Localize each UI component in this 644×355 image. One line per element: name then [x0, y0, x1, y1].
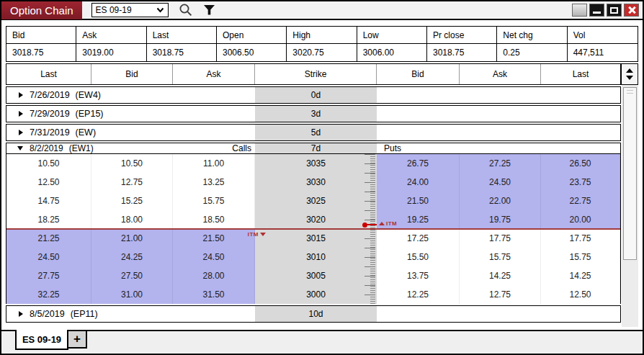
strike-cell: 3035 — [255, 154, 377, 173]
strike-cell: 3030 — [255, 173, 377, 192]
strike-cell: 3005 — [255, 266, 377, 285]
close-icon — [627, 6, 636, 14]
call-bid-cell[interactable]: 15.25 — [91, 192, 173, 210]
expand-arrow-icon[interactable] — [19, 111, 23, 117]
expiration-group-row[interactable]: 7/31/2019(EW)5d — [6, 124, 621, 141]
call-ask-cell[interactable]: 24.50 — [173, 248, 255, 266]
scrollbar-thumb[interactable] — [623, 87, 637, 260]
blank-window-button[interactable] — [572, 4, 587, 17]
expand-arrow-icon[interactable] — [19, 92, 23, 98]
scroll-up-icon[interactable] — [626, 68, 633, 73]
put-ask-cell[interactable]: 17.75 — [460, 229, 541, 248]
call-bid-cell[interactable]: 12.75 — [91, 173, 173, 192]
quote-bar: BidAskLastOpenHighLowPr closeNet chgVol3… — [6, 26, 638, 62]
call-bid-cell[interactable]: 21.00 — [91, 229, 173, 248]
quote-value-net-chg: 0.25 — [497, 44, 567, 61]
put-last-cell[interactable]: 14.25 — [541, 266, 620, 285]
call-ask-cell[interactable]: 28.00 — [173, 266, 255, 285]
quote-value-ask: 3019.00 — [76, 44, 146, 61]
call-last-cell[interactable]: 21.25 — [6, 229, 91, 248]
put-bid-cell[interactable]: 12.25 — [377, 285, 460, 304]
call-last-cell[interactable]: 10.50 — [6, 154, 91, 173]
call-ask-cell[interactable]: 18.50 — [173, 210, 255, 229]
quote-value-bid: 3018.75 — [6, 44, 76, 61]
calls-itm-marker: ITM — [224, 231, 266, 238]
add-tab-button[interactable]: + — [68, 331, 87, 349]
option-row: 18.2518.0018.50302019.2519.7520.00 — [6, 210, 620, 229]
maximize-button[interactable] — [607, 4, 622, 17]
quote-value-low: 3006.00 — [357, 44, 427, 61]
put-last-cell[interactable]: 17.75 — [541, 229, 620, 248]
call-last-cell[interactable]: 12.50 — [6, 173, 91, 192]
quote-label-last: Last — [147, 27, 217, 44]
expiration-group-row[interactable]: 7/29/2019(EP15)3d — [6, 105, 621, 122]
call-ask-cell[interactable]: 11.00 — [173, 154, 255, 173]
option-chain-table: LastBidAskStrikeBidAskLast 7/26/2019(EW4… — [6, 63, 638, 327]
expand-arrow-icon[interactable] — [19, 130, 23, 135]
filter-icon[interactable] — [203, 4, 215, 16]
put-last-cell[interactable]: 26.50 — [541, 154, 620, 173]
call-last-cell[interactable]: 14.75 — [6, 192, 91, 210]
quote-value-open: 3006.50 — [217, 44, 287, 61]
scroll-arrow-box — [621, 63, 638, 85]
call-last-cell[interactable]: 18.25 — [6, 210, 91, 229]
header-call-ask: Ask — [173, 64, 255, 84]
put-last-cell[interactable]: 23.75 — [541, 173, 620, 192]
instrument-dropdown[interactable]: ES 09-19 — [91, 3, 169, 17]
window-controls — [572, 4, 639, 17]
put-bid-cell[interactable]: 21.50 — [377, 192, 460, 210]
call-ask-cell[interactable]: 31.50 — [173, 285, 255, 304]
expand-arrow-icon[interactable] — [19, 311, 23, 317]
quote-label-bid: Bid — [6, 27, 76, 44]
expiration-group-row[interactable]: 7/26/2019(EW4)0d — [6, 86, 621, 104]
call-bid-cell[interactable]: 31.00 — [91, 285, 173, 304]
put-bid-cell[interactable]: 17.25 — [377, 229, 460, 248]
put-last-cell[interactable]: 22.75 — [541, 192, 620, 210]
scrollbar-track[interactable] — [622, 85, 638, 327]
put-ask-cell[interactable]: 15.75 — [460, 248, 541, 266]
call-last-cell[interactable]: 27.75 — [6, 266, 91, 285]
expiration-date: 7/31/2019 — [30, 127, 70, 138]
put-bid-cell[interactable]: 15.50 — [377, 248, 460, 266]
header-put-last: Last — [541, 64, 620, 84]
strike-cell: 3000 — [255, 285, 377, 304]
strike-cell: 3010 — [255, 248, 377, 266]
put-ask-cell[interactable]: 14.25 — [460, 266, 541, 285]
put-ask-cell[interactable]: 24.50 — [460, 173, 541, 192]
scroll-down-icon[interactable] — [626, 76, 633, 80]
put-last-cell[interactable]: 12.50 — [541, 285, 620, 304]
put-ask-cell[interactable]: 12.75 — [460, 285, 541, 304]
put-bid-cell[interactable]: 24.00 — [377, 173, 460, 192]
put-ask-cell[interactable]: 22.00 — [460, 192, 541, 210]
put-last-cell[interactable]: 20.00 — [541, 210, 620, 229]
puts-itm-marker: ITM — [379, 220, 397, 227]
tab-es-09-19[interactable]: ES 09-19 — [15, 330, 68, 350]
header-put-bid: Bid — [377, 64, 460, 84]
call-bid-cell[interactable]: 18.00 — [91, 210, 173, 229]
header-call-last: Last — [6, 64, 91, 84]
put-ask-cell[interactable]: 19.75 — [460, 210, 541, 229]
call-bid-cell[interactable]: 27.50 — [91, 266, 173, 285]
call-last-cell[interactable]: 24.50 — [6, 248, 91, 266]
chain-header-row: LastBidAskStrikeBidAskLast — [6, 63, 621, 85]
call-last-cell[interactable]: 32.25 — [6, 285, 91, 304]
put-ask-cell[interactable]: 27.25 — [460, 154, 541, 173]
option-row: 27.7527.5028.00300513.7514.2514.25 — [6, 266, 620, 285]
search-icon[interactable] — [179, 3, 193, 17]
expiration-group-row[interactable]: 8/5/2019(EP11)10d — [6, 305, 621, 323]
minimize-button[interactable] — [589, 4, 604, 17]
expiration-group-row[interactable]: 8/2/2019(EW1)CallsPuts7d — [6, 143, 621, 154]
call-bid-cell[interactable]: 24.25 — [91, 248, 173, 266]
chevron-down-icon — [156, 7, 164, 13]
close-button[interactable] — [624, 4, 639, 17]
quote-label-ask: Ask — [76, 27, 146, 44]
call-bid-cell[interactable]: 10.50 — [91, 154, 173, 173]
minimize-icon — [593, 12, 601, 14]
call-ask-cell[interactable]: 13.25 — [173, 173, 255, 192]
last-price-dot-stem — [366, 224, 377, 225]
put-bid-cell[interactable]: 13.75 — [377, 266, 460, 285]
put-last-cell[interactable]: 15.75 — [541, 248, 620, 266]
days-to-expiry-badge: 5d — [255, 125, 377, 140]
call-ask-cell[interactable]: 15.75 — [173, 192, 255, 210]
put-bid-cell[interactable]: 26.75 — [377, 154, 460, 173]
